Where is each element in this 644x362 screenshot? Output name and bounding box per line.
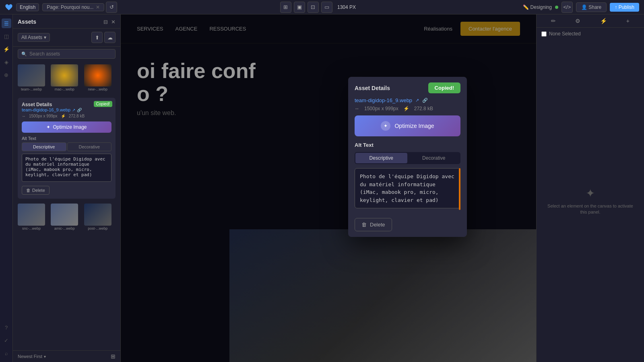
list-item[interactable]: new-...webp [84, 64, 116, 91]
delete-label: Delete [370, 222, 385, 228]
tab-descriptive-sidebar[interactable]: Descriptive [22, 142, 66, 151]
file-icon: ⚡ [403, 106, 409, 111]
modal-filesize: 272.8 kB [414, 106, 433, 111]
close-icon[interactable]: ✕ [111, 19, 116, 25]
list-item[interactable]: mac-...webp [51, 64, 82, 91]
external-link-icon[interactable]: ↗ [415, 98, 419, 103]
none-selected-label: None Selected [549, 31, 581, 37]
grid-view-btn[interactable]: ⊞ [280, 2, 291, 13]
delete-button-sidebar[interactable]: 🗑 Delete [22, 186, 50, 195]
main-layout: ☰ ◫ ⚡ ◈ ⊕ ? ✓ ⌕ Assets ⊟ ✕ All Assets ▾ … [0, 14, 644, 362]
language-badge[interactable]: English [16, 3, 39, 11]
list-item[interactable]: amic-...webp [51, 204, 82, 230]
resize-icon: ↔ [355, 106, 359, 111]
nav-icon-search[interactable]: ⌕ [2, 348, 11, 358]
optimize-button-modal[interactable]: ✦ Optimize Image [355, 115, 460, 136]
filter-label: All Assets [21, 35, 42, 40]
nav-icon-check[interactable]: ✓ [2, 335, 11, 345]
filename-label: team-digidop-16_9.webp [355, 97, 412, 103]
asset-label: team-...webp [18, 87, 45, 91]
tab-decorative-sidebar[interactable]: Decorative [67, 142, 112, 151]
trash-icon: 🗑 [361, 222, 367, 228]
external-link-icon[interactable]: ↗ [72, 108, 75, 112]
copy-link-icon[interactable]: 🔗 [422, 98, 428, 103]
webflow-logo[interactable] [3, 2, 14, 13]
modal-footer: 🗑 Delete [348, 214, 467, 237]
search-input[interactable] [29, 51, 112, 57]
status-dot [555, 6, 558, 9]
asset-label: amic-...webp [51, 226, 78, 230]
alt-textarea-sidebar[interactable]: Photo de l'équipe Digidop avec du matéri… [22, 154, 111, 182]
px-display: 1304 PX [335, 4, 358, 10]
asset-grid-top: team-...webp mac-...webp new-...webp [13, 61, 120, 95]
tab-descriptive-modal[interactable]: Descriptive [355, 153, 407, 163]
share-icon: 👤 [581, 4, 587, 10]
grid-icon[interactable]: ⊟ [103, 19, 108, 25]
none-selected-row: None Selected [537, 28, 644, 40]
designing-mode[interactable]: ✏️ Designing [523, 4, 552, 10]
right-panel-toolbar: ✏ ⚙ ⚡ + [537, 14, 644, 28]
pencil-tool-icon[interactable]: ✏ [551, 18, 556, 24]
nav-icon-cms[interactable]: ⚡ [2, 44, 11, 54]
modal-header: Asset Details Copied! [348, 77, 467, 97]
search-icon: 🔍 [21, 51, 27, 57]
textarea-wrapper: Photo de l'équipe Digidop avec du matéri… [355, 168, 460, 210]
alt-tabs-sidebar: Descriptive Decorative [22, 142, 111, 151]
language-label: English [20, 4, 35, 10]
sort-dropdown[interactable]: Newest First ▾ [18, 354, 46, 359]
assets-filter-bar: All Assets ▾ ⬆ ☁ [13, 29, 120, 47]
list-item[interactable]: snc-...webp [18, 204, 49, 230]
assets-header-icons: ⊟ ✕ [103, 19, 116, 25]
interaction-icon[interactable]: ⚡ [600, 18, 607, 24]
publish-button[interactable]: ↑ Publish [610, 3, 639, 12]
wireframe-btn[interactable]: ▣ [294, 2, 305, 13]
code-btn[interactable]: </> [561, 2, 573, 13]
responsive-btn[interactable]: ⊡ [308, 2, 319, 13]
asset-filename-sidebar: team-digidop-16_9.webp ↗ 🔗 [22, 107, 111, 112]
modal-meta: ↔ 1500px x 999px ⚡ 272.8 kB [348, 106, 467, 115]
nav-icon-pages[interactable]: ☰ [2, 19, 11, 28]
list-item[interactable]: post-...webp [84, 204, 116, 230]
nav-icon-ecom[interactable]: ◈ [2, 57, 11, 67]
modal-overlay[interactable] [121, 14, 536, 362]
close-icon[interactable]: ✕ [96, 4, 100, 10]
sort-bar: Newest First ▾ ⊞ [13, 350, 120, 362]
alt-text-title: Alt Text [355, 142, 460, 148]
tab-decorative-modal[interactable]: Decorative [408, 153, 460, 163]
page-tab[interactable]: Page: Pourquoi nou... ✕ [42, 3, 104, 11]
assets-title: Assets [18, 19, 36, 25]
folder-upload-btn[interactable]: ⬆ [91, 32, 103, 43]
link-icon[interactable]: 🔗 [77, 108, 82, 112]
delete-button-modal[interactable]: 🗑 Delete [355, 218, 392, 231]
grid-layout-icon[interactable]: ⊞ [111, 353, 116, 360]
copied-badge-sidebar: Copied! [94, 101, 112, 107]
none-selected-checkbox[interactable] [541, 31, 547, 37]
undo-btn[interactable]: ↺ [106, 2, 117, 13]
optimize-label: Optimize Image [394, 123, 434, 129]
modal-title: Asset Details [355, 85, 390, 91]
topbar-right: ✏️ Designing </> 👤 Share ↑ Publish [518, 2, 644, 13]
filter-dropdown[interactable]: All Assets ▾ [18, 33, 50, 42]
topbar-left: English Page: Pourquoi nou... ✕ ↺ [0, 2, 120, 13]
filename-text: team-digidop-16_9.webp [22, 107, 70, 112]
nav-icon-assets[interactable]: ◫ [2, 31, 11, 41]
gear-icon[interactable]: ⚙ [575, 18, 580, 24]
asset-grid-bottom: snc-...webp amic-...webp post-...webp [13, 202, 120, 232]
tablet-btn[interactable]: ▭ [321, 2, 332, 13]
dimensions-text: 1500px x 999px [29, 114, 58, 118]
nav-icon-settings[interactable]: ? [2, 323, 11, 332]
publish-icon: ↑ [615, 4, 617, 10]
list-item[interactable]: team-...webp [18, 64, 49, 91]
alt-textarea-modal[interactable]: Photo de l'équipe Digidop avec du matéri… [355, 168, 460, 208]
optimize-button-sidebar[interactable]: ✦ Optimize Image [22, 121, 111, 133]
nav-icon-users[interactable]: ⊕ [2, 70, 11, 80]
alt-text-label-sidebar: Alt Text [22, 136, 111, 141]
chevron-down-icon: ▾ [44, 35, 46, 40]
asset-label: new-...webp [84, 87, 111, 91]
designing-label: Designing [530, 4, 552, 10]
plus-icon[interactable]: + [626, 18, 630, 24]
cloud-upload-btn[interactable]: ☁ [104, 32, 116, 43]
share-button[interactable]: 👤 Share [576, 2, 607, 12]
asset-label: mac-...webp [51, 87, 78, 91]
optimize-icon: ✦ [381, 121, 390, 131]
